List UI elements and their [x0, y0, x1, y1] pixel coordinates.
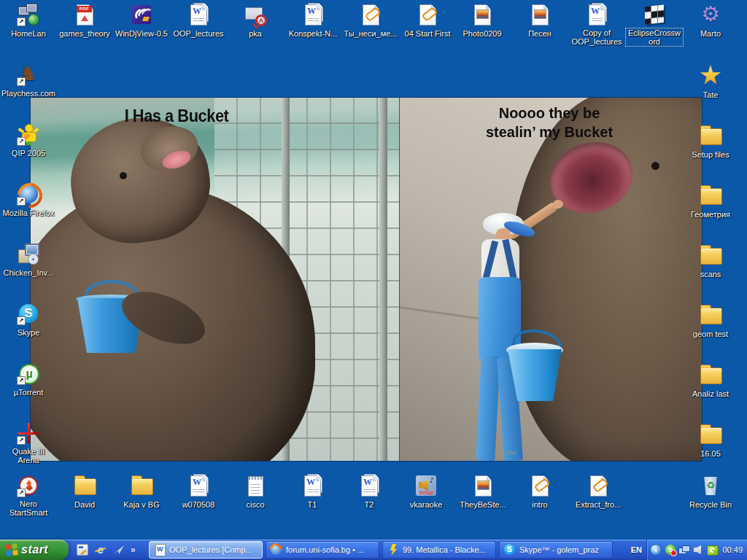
taskbar-clock[interactable]: 00:49 [722, 545, 743, 554]
word-icon: W [301, 474, 324, 497]
task-button-99-metallica-blacke[interactable]: 99. Metallica - Blacke... [382, 541, 496, 559]
desktop-icon-mozilla-firefox[interactable]: ↗Mozilla Firefox [0, 182, 57, 219]
desktop-icon-µtorrent[interactable]: µ↗µTorrent [0, 362, 57, 398]
desktop-icon-tate[interactable]: Tate [682, 64, 739, 101]
desktop-icon-16-05[interactable]: 16.05 [682, 423, 739, 459]
quick-launch-show-desktop-icon[interactable] [76, 543, 89, 556]
attach-icon [587, 474, 610, 497]
desktop-icon-intro[interactable]: intro [511, 474, 568, 510]
desktop-icon-label: HomeLan [10, 29, 47, 38]
desktop-icon-label: Tate [703, 90, 719, 99]
desktop-icon-konspekt-n[interactable]: WKonspekt-N... [285, 3, 341, 39]
desktop-icon-qip-2005[interactable]: ip↗QIP 2005 [0, 122, 57, 159]
wallpaper-image: I Has a Bucket Noooo they be stealin’ my… [31, 98, 702, 461]
desktop-icon-extract-fro[interactable]: Extract_fro... [570, 474, 627, 510]
desktop-icon-oop-lectures[interactable]: WOOP_lectures [170, 3, 227, 39]
desktop-icon-vkaraoke[interactable]: ♪Setupvkaraoke [398, 474, 454, 510]
desktop-icon-геометрия[interactable]: Геометрия [682, 184, 739, 220]
desktop-icon-песен[interactable]: Песен [511, 3, 568, 39]
taskbar: start e» WOOP_lectures [Comp...forum.uni… [0, 540, 747, 560]
tray-display-icon[interactable] [706, 544, 718, 556]
desktop-icon-homelan[interactable]: ↗HomeLan [0, 3, 57, 39]
shortcut-arrow-icon: ↗ [17, 436, 26, 445]
watermark: JJ.AM [495, 449, 516, 456]
desktop-icon-label: Ты_неси_ме... [343, 29, 398, 38]
desktop-icon-ты-неси-ме[interactable]: Ты_неси_ме... [342, 3, 399, 39]
desktop-icon-scans[interactable]: scans [682, 244, 739, 280]
desktop-icon-david[interactable]: David [56, 474, 113, 510]
gear-icon: ⚙ [699, 3, 722, 26]
installer-icon [17, 242, 40, 265]
task-button-forum-uni-sofia-bg[interactable]: forum.uni-sofia.bg • ... [266, 541, 379, 559]
quick-launch-overflow-chevron[interactable]: » [131, 545, 136, 555]
task-button-skype-golem-praz[interactable]: SSkype™ - golem_praz [499, 541, 613, 559]
tray-skype-icon[interactable]: S [665, 544, 676, 556]
task-button-oop-lectures-comp[interactable]: WOOP_lectures [Comp... [149, 541, 263, 559]
shortcut-arrow-icon: ↗ [17, 489, 26, 497]
language-indicator[interactable]: EN [631, 540, 642, 560]
desktop-icon-label: µTorrent [13, 388, 44, 397]
desktop-icon-windjview-0-5[interactable]: WinDjView-0.5 [113, 3, 170, 39]
desktop-icon-theybeste[interactable]: TheyBeSte... [454, 474, 511, 510]
desktop-icon-games-theory[interactable]: PDFgames_theory [56, 3, 113, 39]
desktop-icon-label: QIP 2005 [11, 149, 46, 158]
desktop-icon-setup-files[interactable]: Setup files [682, 124, 739, 160]
shortcut-arrow-icon: ↗ [17, 376, 26, 385]
desktop-icon-chicken-inv[interactable]: Chicken_Inv... [0, 242, 57, 279]
desktop-icon-label: WinDjView-0.5 [115, 29, 169, 38]
desktop-icon-label: T2 [364, 500, 375, 509]
start-button-label: start [21, 543, 48, 556]
desktop-icon-label: Playchess.com [1, 89, 56, 98]
desktop-icon-label: Photo0209 [462, 29, 502, 38]
desktop-icon-label: 16.05 [700, 449, 721, 458]
word-icon: W [187, 474, 210, 497]
skype-icon: S↗ [17, 302, 40, 325]
desktop-icon-photo0209[interactable]: Photo0209 [454, 3, 511, 39]
tray-collapse-chevron-icon[interactable]: ‹ [650, 544, 662, 556]
man-illustration [464, 213, 573, 461]
bucket-right-illustration [506, 335, 565, 402]
task-button-label: Skype™ - golem_praz [519, 545, 599, 554]
pdf-icon: PDF [73, 3, 96, 26]
crossword-icon [643, 3, 666, 26]
desktop-icon-t1[interactable]: WT1 [284, 474, 341, 510]
taskbar-tasks: WOOP_lectures [Comp...forum.uni-sofia.bg… [149, 541, 619, 559]
desktop-icon-label: Песен [527, 29, 552, 38]
desktop-icon-pka[interactable]: Apka [227, 3, 284, 39]
quick-launch-internet-explorer-icon[interactable]: e [94, 543, 107, 556]
tray-network-icon[interactable] [678, 544, 690, 556]
tray-volume-icon[interactable] [692, 544, 704, 556]
desktop-icon-04-start-first[interactable]: 04 Start First [399, 3, 456, 39]
desktop-icon-t2[interactable]: WT2 [341, 474, 398, 510]
winamp-icon [387, 544, 399, 556]
desktop-icon-label: w070508 [182, 500, 216, 509]
desktop-icon-label: Геометрия [690, 210, 731, 219]
desktop-icon-skype[interactable]: S↗Skype [0, 302, 57, 338]
desktop-icon-label: Mozilla Firefox [2, 209, 55, 217]
desktop-icon-w070508[interactable]: Ww070508 [170, 474, 227, 510]
start-button[interactable]: start [0, 540, 69, 560]
desktop-icon-label: scans [700, 270, 722, 279]
desktop-icon-cisco[interactable]: cisco [227, 474, 284, 510]
word-icon: W [154, 544, 166, 556]
desktop-icon-kaja-v-bg[interactable]: Kaja v BG [113, 474, 170, 510]
desktop-icon-label: intro [531, 500, 548, 509]
desktop-icon-copy-of-oop-lectures[interactable]: WCopy of OOP_lectures [568, 3, 625, 47]
desktop-icon-playchess-com[interactable]: ♞↗Playchess.com [0, 63, 57, 99]
desktop-icon-analiz-last[interactable]: Analiz last [682, 363, 739, 400]
star-icon [699, 64, 722, 88]
image-icon [528, 3, 551, 26]
desktop-icon-quake-iii-arena[interactable]: ↗Quake III Arena [0, 421, 57, 466]
attach-icon [416, 3, 439, 26]
shortcut-arrow-icon: ↗ [17, 137, 26, 146]
desktop-icon-label: geom test [692, 330, 729, 338]
quick-launch: e» [71, 540, 147, 560]
desktop-icon-label: Chicken_Inv... [3, 268, 55, 277]
desktop-icon-marto[interactable]: ⚙Marto [682, 3, 739, 39]
desktop-icon-recycle-bin[interactable]: ♻Recycle Bin [682, 474, 739, 510]
quick-launch-messenger-icon[interactable] [112, 543, 125, 556]
desktop-icon-nero-startsmart[interactable]: ↗Nero StartSmart [0, 474, 57, 518]
desktop-icon-label: EclipseCrossword [626, 28, 683, 46]
desktop-icon-eclipsecrossword[interactable]: EclipseCrossword [626, 3, 683, 47]
desktop-icon-geom-test[interactable]: geom test [682, 303, 739, 340]
